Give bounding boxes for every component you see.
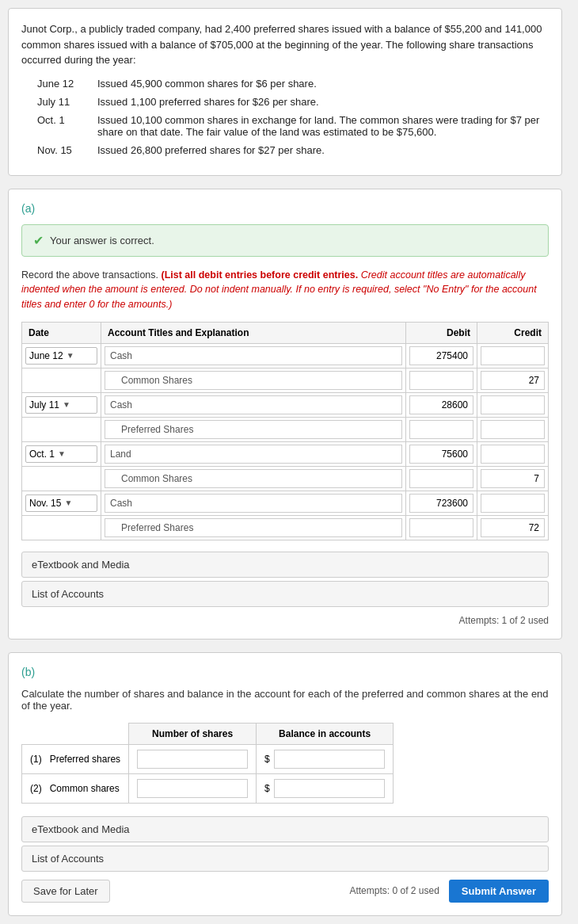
chevron-down-icon: ▼ bbox=[58, 449, 66, 458]
journal-table: Date Account Titles and Explanation Debi… bbox=[21, 322, 549, 540]
debit-cell bbox=[406, 441, 477, 466]
date-value: Oct. 1 bbox=[29, 449, 55, 460]
transaction-desc: Issued 1,100 preferred shares for $26 pe… bbox=[97, 96, 319, 108]
transaction-desc: Issued 26,800 preferred shares for $27 p… bbox=[97, 144, 325, 156]
list-of-accounts-button-a[interactable]: List of Accounts bbox=[21, 581, 549, 607]
table-row: June 12 ▼ bbox=[22, 343, 549, 368]
credit-input[interactable] bbox=[481, 518, 545, 537]
problem-card: Junot Corp., a publicly traded company, … bbox=[8, 8, 562, 176]
checkmark-icon: ✔ bbox=[33, 233, 44, 248]
account-input[interactable] bbox=[105, 445, 402, 464]
date-dropdown[interactable]: July 11 ▼ bbox=[25, 396, 97, 414]
submit-answer-button[interactable]: Submit Answer bbox=[449, 880, 549, 903]
shares-num-cell bbox=[129, 744, 257, 773]
balance-input[interactable] bbox=[274, 779, 385, 798]
debit-input[interactable] bbox=[409, 469, 473, 488]
list-of-accounts-button-b[interactable]: List of Accounts bbox=[21, 846, 549, 872]
dollar-sign: $ bbox=[264, 783, 272, 794]
credit-input[interactable] bbox=[481, 469, 545, 488]
date-dropdown[interactable]: Nov. 15 ▼ bbox=[25, 494, 97, 512]
account-cell bbox=[101, 392, 406, 417]
transaction-date: July 11 bbox=[37, 96, 85, 108]
credit-cell bbox=[477, 441, 549, 466]
correct-banner: ✔ Your answer is correct. bbox=[21, 224, 549, 257]
debit-cell bbox=[406, 417, 477, 441]
account-input[interactable] bbox=[105, 518, 402, 537]
row-share-type: Preferred shares bbox=[50, 754, 120, 765]
shares-row-label: (2) Common shares bbox=[22, 773, 129, 803]
etextbook-button-a[interactable]: eTextbook and Media bbox=[21, 552, 549, 578]
debit-input[interactable] bbox=[409, 420, 473, 439]
credit-input[interactable] bbox=[481, 420, 545, 439]
header-credit: Credit bbox=[477, 322, 549, 343]
instruction-main: Record the above transactions. bbox=[21, 269, 162, 281]
shares-number-input[interactable] bbox=[137, 779, 248, 798]
shares-num-cell bbox=[129, 773, 257, 803]
shares-number-input[interactable] bbox=[137, 750, 248, 769]
debit-input[interactable] bbox=[409, 395, 473, 414]
account-input[interactable] bbox=[105, 395, 402, 414]
date-cell bbox=[22, 417, 101, 441]
debit-input[interactable] bbox=[409, 346, 473, 365]
attempts-a: Attempts: 1 of 2 used bbox=[21, 615, 549, 626]
date-cell: Oct. 1 ▼ bbox=[22, 441, 101, 466]
header-debit: Debit bbox=[406, 322, 477, 343]
account-input[interactable] bbox=[105, 469, 402, 488]
account-input[interactable] bbox=[105, 494, 402, 513]
credit-input[interactable] bbox=[481, 494, 545, 513]
account-input[interactable] bbox=[105, 346, 402, 365]
instruction-red: (List all debit entries before credit en… bbox=[162, 269, 359, 281]
date-cell bbox=[22, 368, 101, 392]
attempts-b: Attempts: 0 of 2 used bbox=[349, 885, 439, 896]
debit-input[interactable] bbox=[409, 371, 473, 390]
credit-input[interactable] bbox=[481, 346, 545, 365]
account-input[interactable] bbox=[105, 371, 402, 390]
account-cell bbox=[101, 417, 406, 441]
credit-input[interactable] bbox=[481, 395, 545, 414]
transaction-date: Oct. 1 bbox=[37, 114, 85, 138]
account-cell bbox=[101, 441, 406, 466]
row-num: (1) bbox=[30, 754, 42, 765]
chevron-down-icon: ▼ bbox=[63, 400, 70, 409]
account-cell bbox=[101, 466, 406, 491]
correct-banner-text: Your answer is correct. bbox=[50, 235, 154, 246]
debit-input[interactable] bbox=[409, 445, 473, 464]
account-input[interactable] bbox=[105, 420, 402, 439]
date-value: Nov. 15 bbox=[29, 498, 61, 509]
calc-instruction: Calculate the number of shares and balan… bbox=[21, 688, 549, 712]
transaction-row: Nov. 15 Issued 26,800 preferred shares f… bbox=[21, 144, 549, 156]
section-b-label: (b) bbox=[21, 666, 549, 678]
date-cell: July 11 ▼ bbox=[22, 392, 101, 417]
debit-input[interactable] bbox=[409, 494, 473, 513]
account-cell bbox=[101, 343, 406, 368]
debit-cell bbox=[406, 466, 477, 491]
instruction-text: Record the above transactions. (List all… bbox=[21, 268, 549, 312]
bottom-buttons-b: eTextbook and Media List of Accounts bbox=[21, 816, 549, 872]
debit-input[interactable] bbox=[409, 518, 473, 537]
etextbook-button-b[interactable]: eTextbook and Media bbox=[21, 816, 549, 842]
date-cell: Nov. 15 ▼ bbox=[22, 491, 101, 515]
date-value: June 12 bbox=[29, 350, 63, 361]
chevron-down-icon: ▼ bbox=[64, 498, 72, 507]
table-row bbox=[22, 515, 549, 540]
shares-row: (2) Common shares $ bbox=[22, 773, 394, 803]
balance-input[interactable] bbox=[274, 750, 385, 769]
section-a-label: (a) bbox=[21, 202, 549, 215]
credit-input[interactable] bbox=[481, 445, 545, 464]
save-later-button[interactable]: Save for Later bbox=[21, 880, 110, 903]
transaction-row: June 12 Issued 45,900 common shares for … bbox=[21, 78, 549, 90]
account-cell bbox=[101, 491, 406, 515]
dollar-sign: $ bbox=[264, 754, 272, 765]
date-dropdown[interactable]: June 12 ▼ bbox=[25, 347, 97, 365]
table-row: Nov. 15 ▼ bbox=[22, 491, 549, 515]
credit-cell bbox=[477, 417, 549, 441]
balance-cell: $ bbox=[257, 744, 394, 773]
date-cell: June 12 ▼ bbox=[22, 343, 101, 368]
debit-cell bbox=[406, 491, 477, 515]
transaction-desc: Issued 45,900 common shares for $6 per s… bbox=[97, 78, 317, 90]
credit-input[interactable] bbox=[481, 371, 545, 390]
date-cell bbox=[22, 515, 101, 540]
date-dropdown[interactable]: Oct. 1 ▼ bbox=[25, 445, 97, 463]
credit-cell bbox=[477, 343, 549, 368]
table-row bbox=[22, 368, 549, 392]
